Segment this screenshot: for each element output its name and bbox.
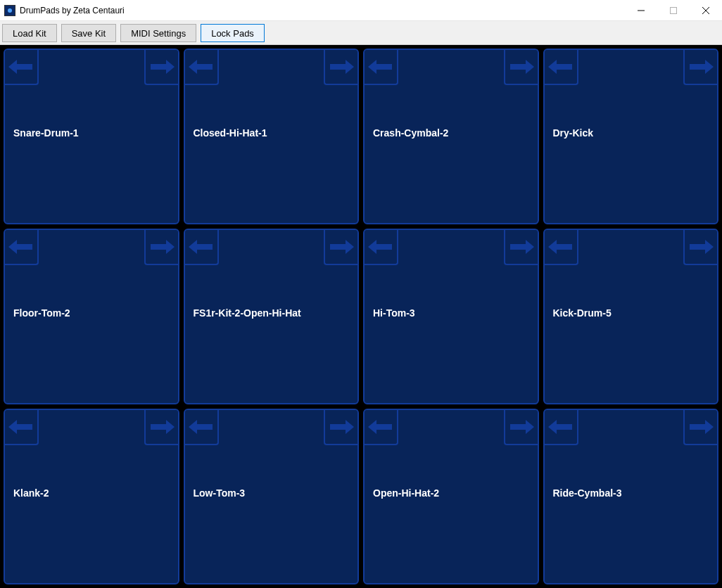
maximize-icon bbox=[670, 7, 677, 14]
minimize-button[interactable] bbox=[625, 0, 657, 21]
arrow-left-icon bbox=[368, 240, 392, 254]
pad-prev-button[interactable] bbox=[543, 410, 578, 445]
arrow-left-icon bbox=[8, 60, 32, 74]
pad-label: Hi-Tom-3 bbox=[373, 307, 415, 319]
arrow-right-icon bbox=[510, 240, 534, 254]
pad-next-button[interactable] bbox=[144, 230, 179, 265]
drum-pad[interactable]: Open-Hi-Hat-2 bbox=[363, 409, 539, 584]
arrow-right-icon bbox=[151, 60, 175, 74]
pad-prev-button[interactable] bbox=[363, 230, 398, 265]
arrow-right-icon bbox=[330, 60, 354, 74]
pad-label: Dry-Kick bbox=[553, 127, 594, 139]
save-kit-button[interactable]: Save Kit bbox=[61, 24, 116, 42]
pad-next-button[interactable] bbox=[324, 410, 359, 445]
arrow-right-icon bbox=[510, 60, 534, 74]
pad-label: Crash-Cymbal-2 bbox=[373, 127, 448, 139]
pad-prev-button[interactable] bbox=[184, 410, 219, 445]
arrow-right-icon bbox=[690, 60, 714, 74]
maximize-button bbox=[657, 0, 690, 21]
drum-pad[interactable]: Floor-Tom-2 bbox=[4, 229, 179, 404]
pad-prev-button[interactable] bbox=[4, 410, 39, 445]
svg-point-1 bbox=[8, 8, 12, 13]
drum-pad[interactable]: Dry-Kick bbox=[543, 49, 719, 224]
pad-label: Floor-Tom-2 bbox=[13, 307, 70, 319]
pad-prev-button[interactable] bbox=[363, 50, 398, 85]
drum-pad[interactable]: Crash-Cymbal-2 bbox=[363, 49, 539, 224]
pad-prev-button[interactable] bbox=[543, 50, 578, 85]
lock-pads-button[interactable]: Lock Pads bbox=[201, 24, 265, 42]
arrow-left-icon bbox=[8, 420, 32, 434]
pad-next-button[interactable] bbox=[504, 50, 539, 85]
arrow-left-icon bbox=[368, 60, 392, 74]
pad-label: Open-Hi-Hat-2 bbox=[373, 487, 439, 499]
arrow-left-icon bbox=[189, 240, 213, 254]
pad-next-button[interactable] bbox=[144, 410, 179, 445]
pad-next-button[interactable] bbox=[324, 230, 359, 265]
midi-settings-button[interactable]: MIDI Settings bbox=[120, 24, 196, 42]
drum-pad[interactable]: Ride-Cymbal-3 bbox=[543, 409, 719, 584]
close-button[interactable] bbox=[690, 0, 722, 21]
arrow-left-icon bbox=[189, 60, 213, 74]
pad-next-button[interactable] bbox=[504, 230, 539, 265]
window-controls bbox=[625, 0, 722, 21]
arrow-left-icon bbox=[548, 60, 572, 74]
pad-prev-button[interactable] bbox=[543, 230, 578, 265]
pad-next-button[interactable] bbox=[683, 230, 718, 265]
drum-pad[interactable]: Kick-Drum-5 bbox=[543, 229, 719, 404]
close-icon bbox=[702, 7, 709, 14]
arrow-right-icon bbox=[330, 420, 354, 434]
pad-prev-button[interactable] bbox=[184, 50, 219, 85]
pad-next-button[interactable] bbox=[504, 410, 539, 445]
pad-label: FS1r-Kit-2-Open-Hi-Hat bbox=[194, 307, 301, 319]
drum-pad[interactable]: FS1r-Kit-2-Open-Hi-Hat bbox=[184, 229, 360, 404]
arrow-right-icon bbox=[690, 420, 714, 434]
pad-label: Klank-2 bbox=[13, 487, 49, 499]
toolbar: Load Kit Save Kit MIDI Settings Lock Pad… bbox=[0, 21, 722, 45]
minimize-icon bbox=[638, 7, 645, 14]
window-title: DrumPads by Zeta Centauri bbox=[20, 6, 125, 15]
drum-pad[interactable]: Closed-Hi-Hat-1 bbox=[184, 49, 360, 224]
pad-prev-button[interactable] bbox=[4, 230, 39, 265]
pad-prev-button[interactable] bbox=[4, 50, 39, 85]
pad-label: Low-Tom-3 bbox=[194, 487, 246, 499]
pad-label: Snare-Drum-1 bbox=[13, 127, 79, 139]
svg-rect-3 bbox=[671, 8, 677, 14]
pad-next-button[interactable] bbox=[683, 410, 718, 445]
drum-pad[interactable]: Hi-Tom-3 bbox=[363, 229, 539, 404]
arrow-right-icon bbox=[151, 420, 175, 434]
arrow-left-icon bbox=[548, 240, 572, 254]
title-bar: DrumPads by Zeta Centauri bbox=[0, 0, 722, 21]
app-icon bbox=[4, 5, 15, 16]
pad-label: Kick-Drum-5 bbox=[553, 307, 612, 319]
pad-prev-button[interactable] bbox=[363, 410, 398, 445]
pad-prev-button[interactable] bbox=[184, 230, 219, 265]
pad-next-button[interactable] bbox=[144, 50, 179, 85]
arrow-right-icon bbox=[510, 420, 534, 434]
pad-grid: Snare-Drum-1 Closed-Hi-Hat-1 Crash-Cymba… bbox=[0, 45, 722, 588]
arrow-left-icon bbox=[368, 420, 392, 434]
drum-pad[interactable]: Klank-2 bbox=[4, 409, 179, 584]
arrow-left-icon bbox=[8, 240, 32, 254]
arrow-left-icon bbox=[548, 420, 572, 434]
pad-label: Ride-Cymbal-3 bbox=[553, 487, 622, 499]
pad-label: Closed-Hi-Hat-1 bbox=[194, 127, 267, 139]
arrow-left-icon bbox=[189, 420, 213, 434]
pad-next-button[interactable] bbox=[324, 50, 359, 85]
pad-next-button[interactable] bbox=[683, 50, 718, 85]
load-kit-button[interactable]: Load Kit bbox=[2, 24, 57, 42]
arrow-right-icon bbox=[330, 240, 354, 254]
arrow-right-icon bbox=[151, 240, 175, 254]
drum-pad[interactable]: Low-Tom-3 bbox=[184, 409, 360, 584]
arrow-right-icon bbox=[690, 240, 714, 254]
drum-pad[interactable]: Snare-Drum-1 bbox=[4, 49, 179, 224]
